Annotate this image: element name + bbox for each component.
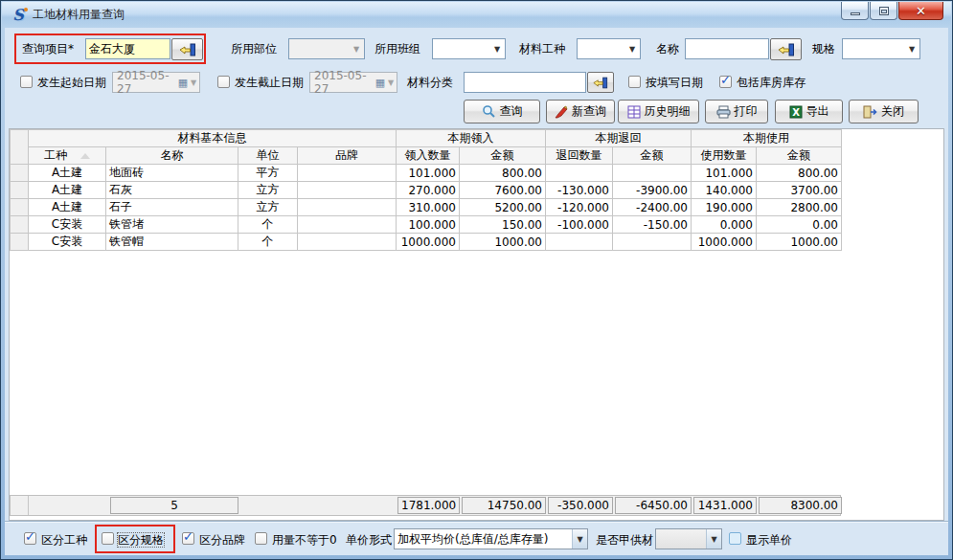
table-cell — [298, 199, 397, 216]
group-header-used: 本期使用 — [692, 130, 842, 147]
table-cell: A土建 — [29, 165, 106, 182]
show-price-label: 显示单价 — [746, 533, 792, 547]
material-category-picker-button[interactable] — [587, 72, 614, 93]
show-price-checkbox[interactable]: ✓ — [729, 532, 741, 545]
price-form-combo[interactable]: 加权平均价(总库值/总库存量) ▼ — [394, 528, 588, 549]
table-cell: 7600.00 — [460, 182, 546, 199]
column-header-received-amount[interactable]: 金额 — [460, 147, 546, 165]
table-cell — [546, 234, 613, 251]
group-header-returned: 本期退回 — [546, 130, 692, 147]
hand-picker-icon — [179, 43, 196, 56]
by-brand-label: 区分品牌 — [199, 533, 245, 547]
material-trade-label: 材料工种 — [519, 38, 565, 59]
new-query-button[interactable]: 新查询 — [546, 100, 615, 123]
table-cell: -120.000 — [546, 199, 613, 216]
column-header-unit[interactable]: 单位 — [238, 147, 298, 165]
end-date-checkbox[interactable]: ✓ — [217, 76, 230, 88]
calendar-icon: ▦ — [375, 77, 385, 89]
material-trade-combo[interactable]: ▼ — [577, 38, 641, 59]
query-project-input[interactable] — [85, 38, 170, 59]
end-date-field[interactable]: 2015-05-27 ▦ ▼ — [309, 72, 397, 93]
row-selector[interactable] — [11, 165, 29, 182]
calendar-icon: ▦ — [178, 77, 188, 89]
titlebar[interactable]: S 工地材料用量查询 ✕ — [2, 2, 951, 28]
owner-supplied-combo[interactable]: ▼ — [655, 528, 722, 549]
by-trade-checkbox[interactable]: ✓ — [24, 532, 36, 545]
query-project-picker-button[interactable] — [171, 38, 203, 60]
table-cell — [613, 165, 692, 182]
row-selector[interactable] — [11, 216, 29, 234]
close-window-button[interactable]: 关闭 — [849, 100, 919, 123]
column-header-returned-amount[interactable]: 金额 — [613, 147, 692, 165]
table-cell: -3900.00 — [613, 182, 692, 199]
chevron-down-icon: ▼ — [188, 78, 199, 87]
start-date-checkbox[interactable]: ✓ — [20, 76, 33, 88]
by-brand-checkbox[interactable]: ✓ — [182, 532, 194, 545]
export-button[interactable]: X 导出 — [775, 100, 843, 123]
table-cell: 1000.000 — [692, 234, 757, 251]
table-cell: 101.000 — [397, 165, 460, 182]
spec-combo[interactable]: ▼ — [842, 38, 920, 59]
print-button[interactable]: 打印 — [705, 100, 768, 123]
column-header-name[interactable]: 名称 — [106, 147, 238, 165]
table-cell: 1000.000 — [397, 234, 460, 251]
used-part-combo[interactable]: ▼ — [288, 38, 365, 59]
table-cell: A土建 — [29, 182, 106, 199]
table-cell: -100.000 — [546, 216, 613, 234]
minimize-button[interactable] — [841, 2, 869, 20]
name-picker-button[interactable] — [770, 38, 802, 60]
row-selector[interactable] — [11, 234, 29, 251]
include-warehouse-checkbox[interactable]: ✓ — [719, 76, 732, 88]
name-input[interactable] — [685, 38, 769, 59]
name-label: 名称 — [656, 38, 679, 59]
query-project-label: 查询项目* — [22, 38, 74, 59]
chevron-down-icon: ▼ — [349, 39, 364, 58]
table-cell: 立方 — [238, 182, 298, 199]
column-header-received-qty[interactable]: 领入数量 — [397, 147, 460, 165]
nonzero-usage-checkbox[interactable]: ✓ — [255, 532, 267, 545]
table-row[interactable]: C安装铁管帽个1000.0001000.001000.0001000.00 — [11, 234, 842, 251]
owner-supplied-label: 是否甲供材 — [596, 533, 653, 547]
table-cell — [613, 234, 692, 251]
table-cell: 立方 — [238, 199, 298, 216]
table-cell: 个 — [238, 234, 298, 251]
hand-picker-icon — [593, 77, 608, 89]
printer-icon — [716, 105, 731, 119]
column-header-returned-qty[interactable]: 退回数量 — [546, 147, 613, 165]
selector-header — [11, 130, 29, 165]
table-row[interactable]: A土建地面砖平方101.000800.00101.000800.00 — [11, 165, 842, 182]
column-header-used-qty[interactable]: 使用数量 — [692, 147, 757, 165]
by-trade-label: 区分工种 — [41, 533, 87, 547]
table-body: A土建地面砖平方101.000800.00101.000800.00A土建石灰立… — [11, 165, 842, 251]
table-cell: -150.00 — [613, 216, 692, 234]
table-row[interactable]: C安装铁管堵个100.000150.00-100.000-150.000.000… — [11, 216, 842, 234]
by-fill-date-checkbox[interactable]: ✓ — [628, 76, 641, 88]
table-cell: 150.00 — [460, 216, 546, 234]
table-cell: 2800.00 — [757, 199, 842, 216]
table-row[interactable]: A土建石子立方310.0005200.00-120.000-2400.00190… — [11, 199, 842, 216]
summary-bar: 5 1781.000 14750.00 -350.000 -6450.00 14… — [10, 495, 841, 516]
table-cell: 地面砖 — [106, 165, 238, 182]
column-header-brand[interactable]: 品牌 — [298, 147, 397, 165]
table-row[interactable]: A土建石灰立方270.0007600.00-130.000-3900.00140… — [11, 182, 842, 199]
material-category-input[interactable] — [464, 72, 586, 93]
table-cell: 石灰 — [106, 182, 238, 199]
used-team-combo[interactable]: ▼ — [432, 38, 506, 59]
maximize-button[interactable] — [870, 2, 897, 20]
table-cell: 1000.00 — [757, 234, 842, 251]
history-detail-button[interactable]: 历史明细 — [618, 100, 699, 123]
column-header-trade[interactable]: 工种 — [29, 147, 106, 165]
row-selector[interactable] — [11, 182, 29, 199]
by-spec-checkbox[interactable]: ✓ — [102, 532, 114, 545]
start-date-field[interactable]: 2015-05-27 ▦ ▼ — [112, 72, 200, 93]
table-cell: 铁管堵 — [106, 216, 238, 234]
group-header-basic-info: 材料基本信息 — [29, 130, 397, 147]
column-header-used-amount[interactable]: 金额 — [757, 147, 842, 165]
detail-grid-icon — [627, 105, 641, 119]
excel-icon: X — [789, 105, 803, 119]
summary-used-amount: 8300.00 — [759, 497, 842, 514]
query-button[interactable]: 查询 — [464, 100, 540, 123]
close-button[interactable]: ✕ — [898, 2, 943, 20]
row-selector[interactable] — [11, 199, 29, 216]
summary-row-count: 5 — [110, 497, 238, 514]
